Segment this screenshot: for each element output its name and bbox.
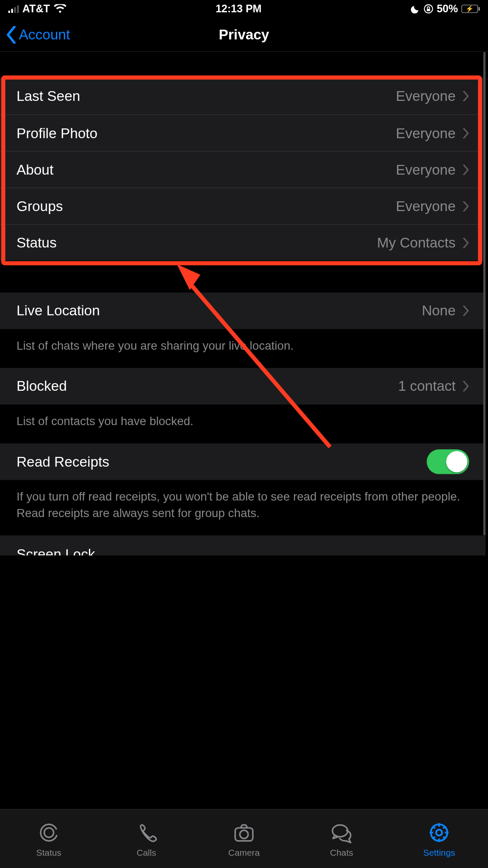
tab-status[interactable]: Status: [0, 810, 97, 868]
phone-icon: [135, 821, 158, 844]
page-title: Privacy: [219, 26, 269, 43]
gear-icon: [427, 821, 451, 844]
tab-label: Status: [36, 847, 61, 857]
tab-label: Chats: [330, 847, 353, 857]
row-value: Everyone: [396, 161, 455, 178]
do-not-disturb-icon: [411, 4, 420, 14]
tab-settings[interactable]: Settings: [391, 810, 488, 868]
row-screen-lock[interactable]: Screen Lock: [0, 535, 485, 555]
svg-point-10: [436, 829, 442, 835]
svg-point-4: [41, 824, 57, 840]
live-location-footer: List of chats where you are sharing your…: [0, 329, 485, 368]
tab-label: Calls: [136, 847, 156, 857]
status-time: 12:13 PM: [216, 3, 262, 15]
carrier-label: AT&T: [22, 3, 50, 15]
battery-percent: 50%: [437, 3, 458, 15]
row-about[interactable]: About Everyone: [0, 151, 485, 187]
tab-calls[interactable]: Calls: [97, 810, 195, 868]
chevron-right-icon: [463, 164, 469, 175]
row-read-receipts: Read Receipts: [0, 443, 485, 480]
chevron-right-icon: [463, 237, 469, 248]
row-value: 1 contact: [398, 378, 456, 395]
row-label: Read Receipts: [17, 453, 427, 470]
orientation-lock-icon: [424, 4, 433, 14]
tab-label: Settings: [423, 847, 455, 857]
row-label: Blocked: [17, 378, 398, 395]
row-live-location[interactable]: Live Location None: [0, 292, 485, 329]
blocked-footer: List of contacts you have blocked.: [0, 404, 485, 443]
tab-camera[interactable]: Camera: [195, 810, 293, 868]
nav-bar: Account Privacy: [0, 18, 488, 52]
row-label: Profile Photo: [17, 125, 396, 141]
wifi-icon: [53, 4, 67, 14]
read-receipts-toggle[interactable]: [427, 449, 469, 474]
read-receipts-footer: If you turn off read receipts, you won't…: [0, 480, 485, 536]
back-button[interactable]: Account: [6, 18, 70, 51]
svg-point-5: [44, 828, 53, 837]
row-label: Screen Lock: [17, 546, 95, 555]
row-label: Last Seen: [17, 88, 396, 104]
row-status[interactable]: Status My Contacts: [0, 224, 485, 261]
row-label: Status: [17, 234, 377, 251]
row-groups[interactable]: Groups Everyone: [0, 187, 485, 224]
scrollbar[interactable]: [483, 52, 486, 535]
chats-icon: [330, 821, 354, 844]
row-value: None: [422, 303, 456, 319]
status-icon: [37, 821, 61, 844]
blocked-group: Blocked 1 contact: [0, 368, 485, 404]
content-scroll[interactable]: Last Seen Everyone Profile Photo Everyon…: [0, 52, 485, 809]
back-label: Account: [19, 26, 70, 43]
row-label: About: [17, 161, 396, 178]
tab-chats[interactable]: Chats: [293, 810, 390, 868]
row-value: My Contacts: [377, 234, 456, 251]
chevron-right-icon: [463, 201, 469, 211]
chevron-right-icon: [463, 306, 469, 316]
camera-icon: [232, 821, 256, 844]
privacy-options-group: Last Seen Everyone Profile Photo Everyon…: [0, 78, 485, 261]
chevron-right-icon: [463, 128, 469, 138]
tab-bar: Status Calls Camera Chats Settings: [0, 809, 488, 868]
chevron-right-icon: [463, 91, 469, 101]
tab-label: Camera: [228, 847, 260, 857]
svg-point-7: [240, 830, 248, 838]
signal-bars-icon: [8, 5, 19, 13]
row-value: Everyone: [396, 198, 455, 214]
status-bar: AT&T 12:13 PM 50% ⚡: [0, 0, 488, 18]
chevron-left-icon: [6, 26, 17, 44]
row-value: Everyone: [396, 88, 455, 104]
row-value: Everyone: [396, 125, 455, 141]
row-label: Live Location: [17, 303, 422, 319]
row-blocked[interactable]: Blocked 1 contact: [0, 368, 485, 404]
row-last-seen[interactable]: Last Seen Everyone: [0, 78, 485, 114]
row-profile-photo[interactable]: Profile Photo Everyone: [0, 114, 485, 151]
battery-icon: ⚡: [461, 5, 480, 13]
read-receipts-group: Read Receipts: [0, 443, 485, 480]
chevron-right-icon: [463, 381, 469, 392]
row-label: Groups: [17, 198, 396, 214]
live-location-group: Live Location None: [0, 292, 485, 329]
svg-rect-1: [427, 9, 430, 11]
